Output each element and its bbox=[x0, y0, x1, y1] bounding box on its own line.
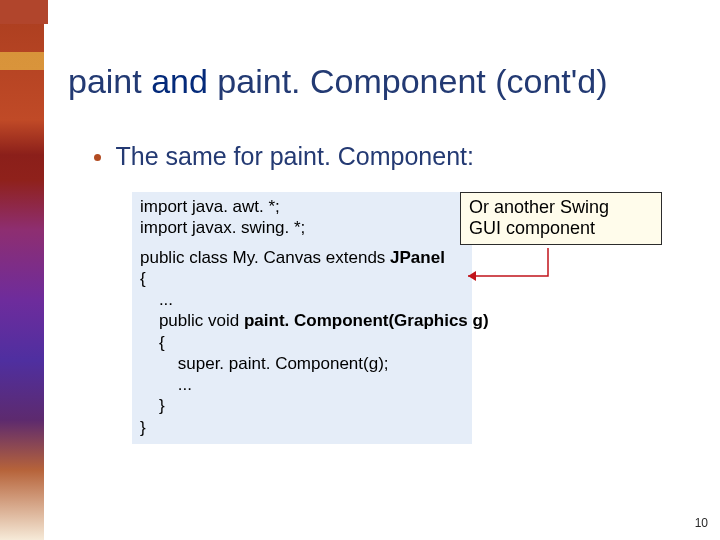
code-line: { bbox=[140, 268, 464, 289]
code-line: public void paint. Component(Graphics g) bbox=[140, 310, 464, 331]
code-line: } bbox=[140, 395, 464, 416]
code-line: ... bbox=[140, 289, 464, 310]
title-prefix: paint bbox=[68, 62, 151, 100]
page-number: 10 bbox=[695, 516, 708, 530]
code-text: public void bbox=[140, 311, 244, 330]
decorative-topbar bbox=[0, 0, 720, 24]
note-line: GUI component bbox=[469, 218, 653, 239]
code-line: ... bbox=[140, 374, 464, 395]
bullet-row: The same for paint. Component: bbox=[94, 142, 474, 171]
code-line: super. paint. Component(g); bbox=[140, 353, 464, 374]
page-title: paint and paint. Component (cont'd) bbox=[68, 62, 608, 101]
decorative-sidebar bbox=[0, 0, 44, 540]
code-line: import java. awt. *; bbox=[140, 196, 464, 217]
title-rest: paint. Component (cont'd) bbox=[208, 62, 608, 100]
code-line: } bbox=[140, 417, 464, 438]
code-keyword: paint. Component(Graphics g) bbox=[244, 311, 489, 330]
code-block: import java. awt. *; import javax. swing… bbox=[132, 192, 472, 444]
arrow-icon bbox=[460, 246, 550, 296]
code-line: { bbox=[140, 332, 464, 353]
code-keyword: JPanel bbox=[390, 248, 445, 267]
bullet-dot-icon bbox=[94, 154, 101, 161]
bullet-text: The same for paint. Component: bbox=[115, 142, 474, 170]
callout-note: Or another Swing GUI component bbox=[460, 192, 662, 245]
code-line: public class My. Canvas extends JPanel bbox=[140, 247, 464, 268]
code-line: import javax. swing. *; bbox=[140, 217, 464, 238]
title-and: and bbox=[151, 62, 208, 100]
note-line: Or another Swing bbox=[469, 197, 653, 218]
code-text: public class My. Canvas extends bbox=[140, 248, 390, 267]
slide: paint and paint. Component (cont'd) The … bbox=[0, 0, 720, 540]
